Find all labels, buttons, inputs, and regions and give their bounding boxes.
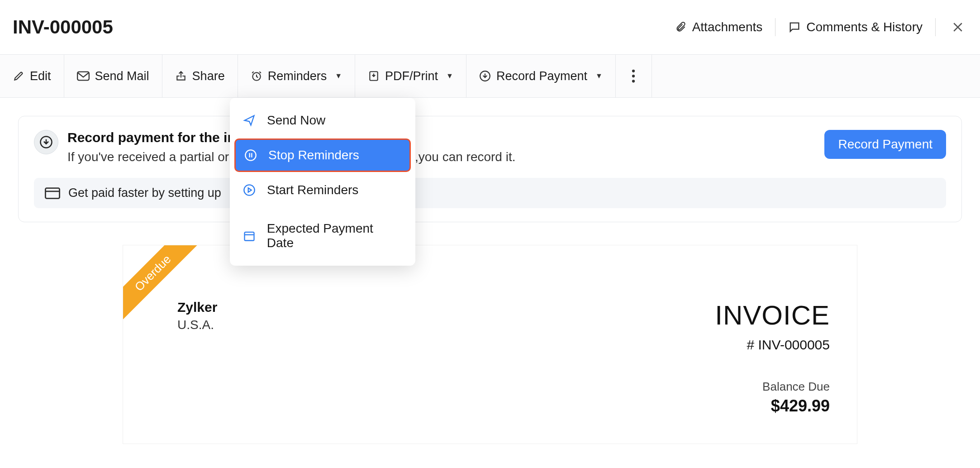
chevron-down-icon: ▼	[595, 72, 603, 80]
more-vertical-icon	[632, 69, 635, 83]
record-payment-button[interactable]: Record Payment ▼	[466, 55, 616, 97]
content-area: Record payment for the invoice If you've…	[0, 98, 980, 444]
dropdown-label: Expected Payment Date	[267, 221, 403, 250]
play-icon	[243, 183, 256, 197]
record-payment-primary-button[interactable]: Record Payment	[824, 130, 946, 159]
send-mail-label: Send Mail	[95, 69, 149, 83]
company-name: Zylker	[177, 300, 217, 315]
record-payment-notice: Record payment for the invoice If you've…	[18, 116, 962, 222]
comments-label: Comments & History	[806, 20, 923, 34]
dropdown-item-stop-reminders[interactable]: Stop Reminders	[234, 138, 411, 172]
company-block: Zylker U.S.A.	[177, 300, 217, 332]
pdf-print-label: PDF/Print	[385, 69, 438, 83]
reminders-dropdown: Send Now Stop Reminders Start Reminders …	[230, 98, 415, 266]
attachments-button[interactable]: Attachments	[675, 20, 763, 34]
svg-rect-8	[45, 188, 59, 198]
comments-history-button[interactable]: Comments & History	[788, 20, 923, 34]
edit-label: Edit	[30, 69, 51, 83]
attachments-label: Attachments	[692, 20, 763, 34]
divider	[935, 18, 936, 36]
page-title: INV-000005	[13, 16, 113, 38]
svg-point-6	[632, 80, 635, 82]
dropdown-item-send-now[interactable]: Send Now	[230, 105, 415, 136]
balance-due-amount: $429.99	[715, 396, 830, 415]
toolbar: Edit Send Mail Share Reminders ▼	[0, 54, 980, 98]
card-icon	[45, 187, 60, 199]
page-header: INV-000005 Attachments Comments & Histor…	[0, 0, 980, 54]
dropdown-divider	[230, 209, 415, 210]
send-mail-button[interactable]: Send Mail	[64, 55, 162, 97]
dropdown-label: Send Now	[267, 113, 325, 128]
paid-faster-text: Get paid faster by setting up	[68, 186, 221, 200]
share-button[interactable]: Share	[162, 55, 238, 97]
svg-rect-11	[244, 232, 254, 241]
invoice-number: # INV-000005	[715, 337, 830, 353]
reminders-label: Reminders	[268, 69, 327, 83]
paid-faster-banner: Get paid faster by setting up Now ›	[34, 178, 946, 208]
dropdown-item-start-reminders[interactable]: Start Reminders	[230, 175, 415, 205]
pause-icon	[244, 148, 257, 162]
invoice-preview: Overdue Zylker U.S.A. INVOICE # INV-0000…	[123, 245, 857, 444]
share-icon	[175, 70, 187, 82]
svg-point-10	[244, 185, 254, 195]
svg-rect-0	[77, 72, 89, 81]
close-button[interactable]	[948, 20, 967, 34]
mail-icon	[77, 71, 90, 81]
attachment-icon	[675, 20, 687, 34]
more-button[interactable]	[616, 55, 652, 97]
download-icon	[479, 70, 491, 82]
share-label: Share	[192, 69, 225, 83]
pdf-icon	[368, 70, 380, 82]
dropdown-item-expected-payment-date[interactable]: Expected Payment Date	[230, 213, 415, 258]
divider	[775, 18, 775, 36]
svg-point-5	[632, 75, 635, 77]
svg-point-9	[245, 150, 256, 160]
clock-icon	[251, 70, 262, 82]
svg-point-4	[632, 70, 635, 72]
comment-icon	[788, 21, 801, 33]
record-payment-label: Record Payment	[496, 69, 587, 83]
dropdown-label: Stop Reminders	[268, 148, 359, 162]
dropdown-label: Start Reminders	[267, 183, 358, 197]
calendar-icon	[243, 229, 256, 243]
invoice-doc-label: INVOICE	[715, 300, 830, 331]
balance-due-label: Balance Due	[715, 380, 830, 394]
pdf-print-button[interactable]: PDF/Print ▼	[355, 55, 466, 97]
chevron-down-icon: ▼	[335, 72, 342, 80]
header-actions: Attachments Comments & History	[675, 18, 967, 36]
download-circle-icon	[34, 130, 58, 154]
chevron-down-icon: ▼	[446, 72, 453, 80]
company-country: U.S.A.	[177, 318, 217, 332]
reminders-button[interactable]: Reminders ▼	[238, 55, 355, 97]
invoice-meta: INVOICE # INV-000005 Balance Due $429.99	[715, 300, 830, 415]
send-icon	[243, 114, 256, 127]
pencil-icon	[13, 70, 24, 82]
edit-button[interactable]: Edit	[0, 55, 64, 97]
